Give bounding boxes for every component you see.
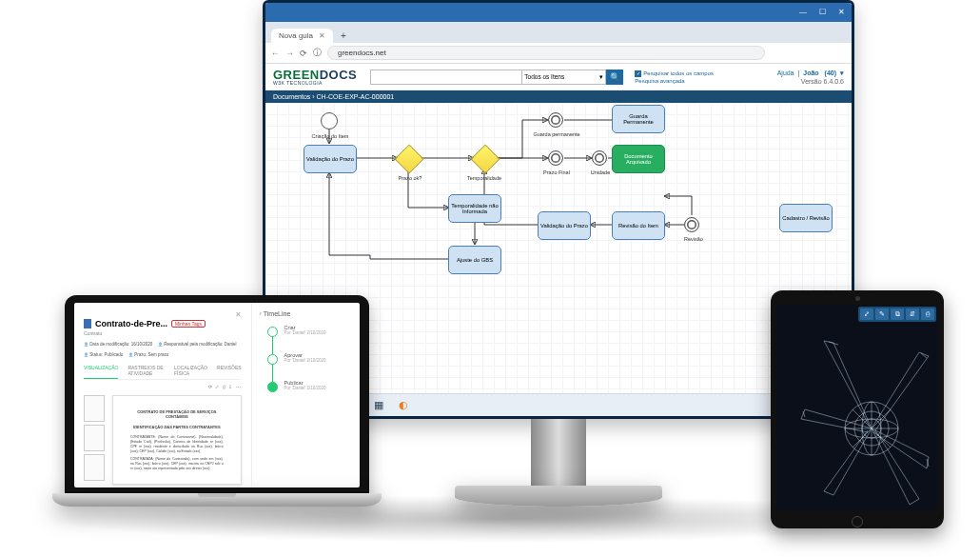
page-thumbnails[interactable] (84, 395, 107, 485)
window-titlebar: — ☐ ✕ (265, 3, 852, 22)
window-close-button[interactable]: ✕ (834, 6, 848, 19)
tablet-device: ⤢ ✎ ⧉ ⇵ ⎙ (771, 290, 944, 528)
timeline-title: TimeLine (260, 310, 352, 317)
gateway-prazo-ok[interactable] (394, 144, 423, 173)
document-icon (84, 319, 91, 328)
browser-tabstrip: Nova guia ✕ + (265, 22, 852, 43)
url-input[interactable]: greendocs.net (327, 46, 765, 60)
cad-tool-print[interactable]: ⎙ (921, 308, 934, 320)
cad-tool-edit[interactable]: ✎ (875, 308, 889, 320)
task-revisao-item[interactable]: Revisão do Item (612, 211, 665, 240)
document-page[interactable]: CONTRATO DE PRESTAÇÃO DE SERVIÇOS CONTÁB… (112, 395, 242, 485)
gateway-temporalidade[interactable] (470, 144, 500, 173)
help-link[interactable]: Ajuda (777, 70, 794, 76)
breadcrumb: Documentos › CH-COE-EXP-AC-000001 (265, 90, 852, 103)
event-unidade[interactable] (592, 150, 607, 166)
viewer-toolbar[interactable]: ⟳ ⤢ ⎙ ⇩ ⋯ (84, 384, 242, 389)
search-icon: 🔍 (610, 72, 620, 82)
timeline-item: Criar Por 'Daniel' 2/10/2020 (267, 325, 352, 335)
thumbnail-2[interactable] (84, 425, 105, 451)
document-tabs: VISUALIZAÇÃO RASTREIOS DE ATIVIDADE LOCA… (84, 365, 242, 380)
event-revisao-label: Revisão (665, 234, 722, 244)
task-validacao-prazo-2[interactable]: Validação do Prazo (538, 211, 591, 240)
browser-address-bar: ← → ⟳ ⓘ greendocs.net (265, 43, 852, 64)
advanced-search-link[interactable]: Pesquisa avançada (635, 78, 684, 84)
document-meta: Data de modificação: 16/10/2020 Responsá… (84, 342, 242, 357)
cad-viewer[interactable]: ⤢ ✎ ⧉ ⇵ ⎙ (776, 305, 938, 510)
thumbnail-1[interactable] (84, 395, 105, 422)
tab-visualizacao[interactable]: VISUALIZAÇÃO (84, 365, 118, 379)
timeline-panel: TimeLine Criar Por 'Daniel' 2/10/2020 Ap… (252, 303, 360, 487)
tab-rastreios[interactable]: RASTREIOS DE ATIVIDADE (127, 365, 165, 376)
username[interactable]: João (40) ▾ (801, 70, 844, 76)
window-maximize-button[interactable]: ☐ (815, 6, 829, 19)
search-input[interactable] (370, 70, 522, 85)
svg-line-25 (829, 342, 838, 345)
document-title: Contrato-de-Pre... Minhas Tags (84, 319, 242, 328)
document-panel: ✕ Contrato-de-Pre... Minhas Tags Contrat… (74, 303, 252, 487)
tab-close-icon[interactable]: ✕ (319, 31, 325, 40)
start-event[interactable] (321, 112, 338, 129)
version-label: Versão 6.4.0.6 (775, 77, 844, 86)
browser-tab[interactable]: Nova guia ✕ (271, 29, 333, 43)
forward-icon[interactable]: → (285, 49, 294, 58)
lock-icon: ⓘ (313, 47, 322, 59)
tab-revisoes[interactable]: REVISÕES (217, 365, 242, 376)
tags-badge[interactable]: Minhas Tags (171, 320, 206, 328)
close-icon[interactable]: ✕ (84, 310, 242, 319)
task-validacao-prazo[interactable]: Validação do Prazo (304, 145, 357, 173)
laptop-device: ✕ Contrato-de-Pre... Minhas Tags Contrat… (52, 295, 382, 533)
gateway-temporalidade-label: Temporalidade (456, 173, 513, 183)
back-icon[interactable]: ← (271, 49, 280, 58)
cad-tool-layers[interactable]: ⧉ (891, 308, 904, 320)
reload-icon[interactable]: ⟳ (300, 49, 307, 58)
window-minimize-button[interactable]: — (796, 6, 810, 19)
task-documento-arquivado[interactable]: Documento Arquivado (612, 145, 665, 173)
search-filter-select[interactable]: Todos os Itens▾ (522, 70, 606, 85)
event-guarda-permanente[interactable] (548, 112, 563, 128)
user-area: Ajuda | João (40) ▾ Versão 6.4.0.6 (775, 69, 844, 86)
event-guarda-permanente-label: Guarda permanente (528, 129, 585, 139)
search-button[interactable]: 🔍 (606, 70, 623, 85)
app-header: GREENDOCS W3K TECNOLOGIA Todos os Itens▾… (265, 64, 852, 90)
event-revisao[interactable] (684, 217, 699, 232)
cad-tool-zoom[interactable]: ⤢ (860, 308, 873, 320)
cad-toolbar: ⤢ ✎ ⧉ ⇵ ⎙ (858, 307, 936, 322)
gateway-prazo-ok-label: Prazo ok? (382, 173, 439, 183)
tablet-home-button[interactable] (852, 516, 863, 527)
new-tab-button[interactable]: + (337, 29, 350, 43)
thumbnail-3[interactable] (84, 454, 105, 481)
task-ajuste-gbs[interactable]: Ajuste do GBS (448, 246, 501, 274)
search-options: ✓Pesquisar todos os campos Pesquisa avan… (635, 70, 714, 85)
search-all-fields-checkbox[interactable]: ✓ (635, 70, 641, 77)
tablet-camera (855, 296, 860, 301)
document-subtitle: Contrato (84, 330, 242, 336)
tab-localizacao[interactable]: LOCALIZAÇÃO FÍSICA (174, 365, 207, 376)
tab-title: Nova guia (279, 31, 313, 40)
chevron-down-icon: ▾ (599, 73, 603, 81)
task-guarda-permanente[interactable]: Guarda Permanente (612, 105, 665, 133)
cad-tool-sort[interactable]: ⇵ (906, 308, 919, 320)
task-cadastro-revisao[interactable]: Cadastro / Revisão (779, 204, 833, 232)
timeline-item: Publicar Por 'Daniel' 2/10/2020 (267, 380, 352, 390)
task-temporalidade-nao-informada[interactable]: Temporalidade não Informada (448, 194, 501, 223)
start-label: Criação do Item (302, 131, 359, 141)
taskbar-icon-app5[interactable]: ◐ (399, 399, 412, 412)
timeline-item: Aprovar Por 'Daniel' 2/10/2020 (267, 352, 352, 363)
event-prazo-final[interactable] (548, 150, 563, 166)
